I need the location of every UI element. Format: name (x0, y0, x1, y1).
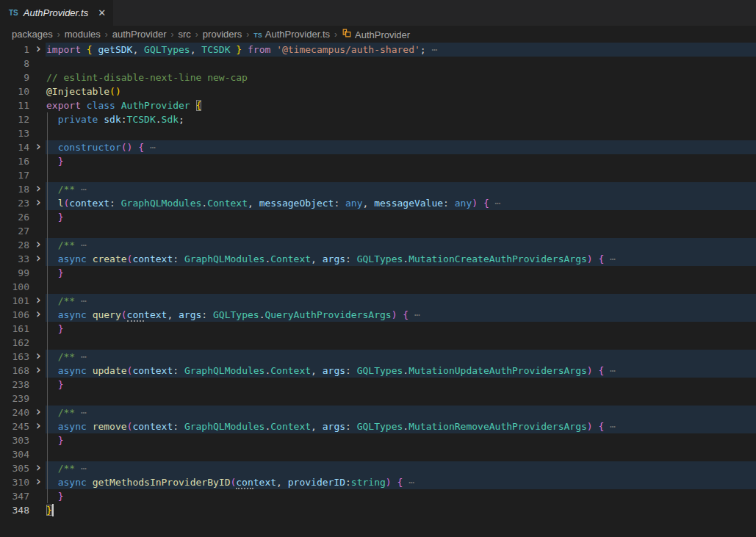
line-number[interactable]: 239 (0, 392, 29, 406)
code-text: l(context: GraphQLModules.Context, messa… (46, 196, 500, 210)
code-text: import { getSDK, GQLTypes, TCSDK } from … (46, 43, 437, 57)
line-number[interactable]: 101 (0, 294, 29, 308)
line-number[interactable]: 27 (0, 224, 29, 238)
line-number[interactable]: 347 (0, 489, 29, 503)
code-line-13: 13 (0, 126, 756, 140)
code-line-26: 26 } (0, 210, 756, 224)
code-line-8: 8 (0, 57, 756, 71)
line-number[interactable]: 17 (0, 168, 29, 182)
breadcrumb-separator: › (331, 29, 341, 40)
fold-chevron-icon[interactable]: › (33, 42, 43, 56)
code-text: } (46, 503, 54, 517)
fold-chevron-icon[interactable]: › (33, 363, 43, 377)
code-line-163: 163› /** ⋯ (0, 350, 756, 364)
breadcrumb-separator: › (101, 29, 112, 40)
breadcrumb-item-providers[interactable]: providers (202, 29, 242, 40)
code-text: async update(context: GraphQLModules.Con… (46, 364, 616, 378)
code-line-310: 310› async getMethodsInProviderByID(cont… (0, 475, 756, 489)
line-number[interactable]: 163 (0, 350, 29, 364)
line-number[interactable]: 162 (0, 336, 29, 350)
line-number[interactable]: 14 (0, 140, 29, 154)
fold-chevron-icon[interactable]: › (33, 195, 43, 209)
code-text: } (46, 322, 63, 336)
breadcrumb-separator: › (242, 29, 253, 40)
breadcrumb-item-packages[interactable]: packages (11, 29, 54, 40)
line-number[interactable]: 16 (0, 154, 29, 168)
breadcrumb-file[interactable]: TSAuthProvider.ts (253, 29, 331, 40)
breadcrumb-item-modules[interactable]: modules (64, 29, 101, 40)
line-number[interactable]: 161 (0, 322, 29, 336)
line-number[interactable]: 33 (0, 252, 29, 266)
fold-chevron-icon[interactable]: › (33, 181, 43, 195)
close-tab-icon[interactable]: ✕ (98, 8, 106, 18)
text-cursor (52, 504, 54, 516)
line-number[interactable]: 99 (0, 266, 29, 280)
fold-chevron-icon[interactable]: › (33, 419, 43, 433)
fold-chevron-icon[interactable]: › (33, 475, 43, 489)
line-number[interactable]: 310 (0, 475, 29, 489)
code-text: } (46, 154, 63, 168)
line-number[interactable]: 10 (0, 84, 29, 98)
code-line-9: 9// eslint-disable-next-line new-cap (0, 71, 756, 84)
code-line-11: 11export class AuthProvider { (0, 98, 756, 112)
fold-chevron-icon[interactable]: › (33, 293, 43, 307)
fold-chevron-icon[interactable]: › (33, 405, 43, 419)
code-text: async remove(context: GraphQLModules.Con… (46, 419, 616, 433)
code-line-304: 304 (0, 447, 756, 461)
line-number[interactable]: 1 (0, 43, 29, 57)
code-line-1: 1›import { getSDK, GQLTypes, TCSDK } fro… (0, 43, 756, 57)
line-number[interactable]: 100 (0, 280, 29, 294)
code-line-16: 16 } (0, 154, 756, 168)
breadcrumb-folders: packages›modules›authProvider›src›provid… (11, 29, 253, 40)
line-number[interactable]: 18 (0, 182, 29, 196)
code-text: async create(context: GraphQLModules.Con… (46, 252, 616, 266)
code-line-14: 14› constructor() { ⋯ (0, 140, 756, 154)
code-line-303: 303 } (0, 433, 756, 447)
code-editor[interactable]: 1›import { getSDK, GQLTypes, TCSDK } fro… (0, 43, 756, 517)
line-number[interactable]: 168 (0, 364, 29, 378)
line-number[interactable]: 303 (0, 433, 29, 447)
code-text: } (46, 433, 63, 447)
fold-chevron-icon[interactable]: › (33, 251, 43, 265)
line-number[interactable]: 26 (0, 210, 29, 224)
code-text: /** ⋯ (46, 294, 87, 308)
code-line-347: 347 } (0, 489, 756, 503)
code-line-106: 106› async query(context, args: GQLTypes… (0, 308, 756, 322)
code-text: export class AuthProvider { (46, 98, 201, 112)
line-number[interactable]: 28 (0, 238, 29, 252)
code-line-27: 27 (0, 224, 756, 238)
line-number[interactable]: 238 (0, 378, 29, 392)
line-number[interactable]: 11 (0, 98, 29, 112)
line-number[interactable]: 305 (0, 461, 29, 475)
typescript-file-icon: TS (9, 9, 18, 17)
code-line-245: 245› async remove(context: GraphQLModule… (0, 419, 756, 433)
breadcrumb-item-authProvider[interactable]: authProvider (112, 29, 168, 40)
fold-chevron-icon[interactable]: › (33, 140, 43, 154)
code-line-10: 10@Injectable() (0, 84, 756, 98)
line-number[interactable]: 12 (0, 112, 29, 126)
breadcrumb-symbol[interactable]: AuthProvider (341, 28, 411, 40)
line-number[interactable]: 240 (0, 406, 29, 419)
fold-chevron-icon[interactable]: › (33, 349, 43, 363)
code-text: async query(context, args: GQLTypes.Quer… (46, 308, 420, 322)
vscode-window: TS AuthProvider.ts ✕ packages›modules›au… (0, 0, 756, 537)
fold-chevron-icon[interactable]: › (33, 461, 43, 475)
line-number[interactable]: 245 (0, 419, 29, 433)
line-number[interactable]: 348 (0, 503, 29, 517)
line-number[interactable]: 23 (0, 196, 29, 210)
line-number[interactable]: 106 (0, 308, 29, 322)
line-number[interactable]: 304 (0, 447, 29, 461)
line-number[interactable]: 13 (0, 126, 29, 140)
code-line-161: 161 } (0, 322, 756, 336)
fold-chevron-icon[interactable]: › (33, 307, 43, 321)
line-number[interactable]: 8 (0, 57, 29, 71)
fold-chevron-icon[interactable]: › (33, 237, 43, 251)
code-line-238: 238 } (0, 378, 756, 392)
code-line-239: 239 (0, 392, 756, 406)
code-text: // eslint-disable-next-line new-cap (46, 71, 248, 84)
tab-authprovider[interactable]: TS AuthProvider.ts ✕ (0, 0, 113, 26)
code-line-305: 305› /** ⋯ (0, 461, 756, 475)
line-number[interactable]: 9 (0, 71, 29, 84)
breadcrumb-item-src[interactable]: src (178, 29, 192, 40)
typescript-file-icon: TS (253, 32, 265, 39)
